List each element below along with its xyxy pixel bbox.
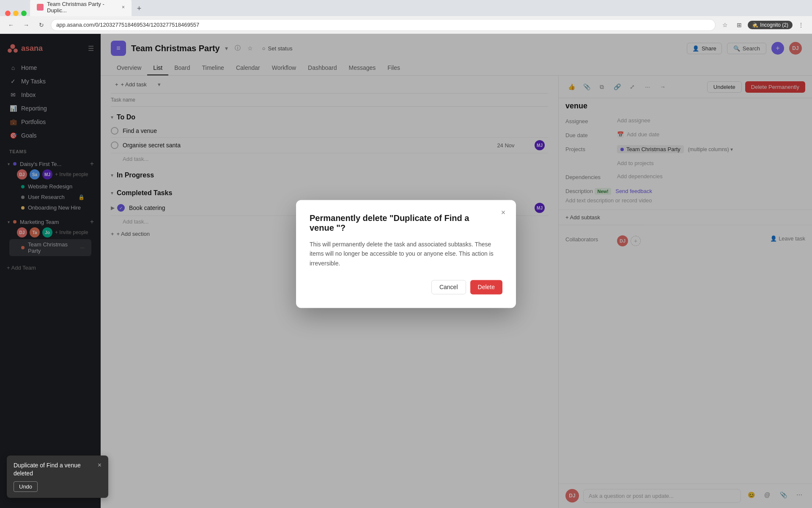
browser-chrome: Team Christmas Party - Duplic... × + ← →… xyxy=(0,0,812,34)
browser-tabs: Team Christmas Party - Duplic... × + xyxy=(0,0,812,16)
active-tab[interactable]: Team Christmas Party - Duplic... × xyxy=(30,0,132,16)
minimize-window-btn[interactable] xyxy=(13,11,19,16)
maximize-window-btn[interactable] xyxy=(21,11,27,16)
dialog-footer: Cancel Delete xyxy=(310,280,502,295)
incognito-label: Incognito (2) xyxy=(760,22,788,28)
dialog-body: This will permanently delete the task an… xyxy=(310,240,502,268)
traffic-lights xyxy=(3,11,28,16)
incognito-badge: 🕵 Incognito (2) xyxy=(748,21,793,29)
bookmark-btn[interactable]: ☆ xyxy=(719,19,731,31)
incognito-icon: 🕵 xyxy=(752,22,758,28)
more-btn[interactable]: ⋮ xyxy=(795,19,807,31)
refresh-btn[interactable]: ↻ xyxy=(36,19,47,31)
forward-btn[interactable]: → xyxy=(20,19,32,31)
dialog-close-btn[interactable]: × xyxy=(497,207,509,218)
cancel-btn[interactable]: Cancel xyxy=(431,280,466,295)
toast-action: Undo xyxy=(14,481,93,492)
browser-toolbar: ← → ↻ app.asana.com/0/1203277518469534/1… xyxy=(0,16,812,34)
delete-dialog: Permanently delete "Duplicate of Find a … xyxy=(296,200,516,308)
back-btn[interactable]: ← xyxy=(5,19,17,31)
dialog-title: Permanently delete "Duplicate of Find a … xyxy=(310,213,502,233)
new-tab-btn[interactable]: + xyxy=(133,3,145,14)
url-text: app.asana.com/0/1203277518469534/1203277… xyxy=(56,22,199,28)
tab-favicon xyxy=(37,4,44,11)
tab-title: Team Christmas Party - Duplic... xyxy=(47,1,117,14)
toast-close-btn[interactable]: × xyxy=(98,461,102,469)
extensions-btn[interactable]: ⊞ xyxy=(733,19,745,31)
delete-confirm-btn[interactable]: Delete xyxy=(470,280,502,295)
address-bar[interactable]: app.asana.com/0/1203277518469534/1203277… xyxy=(51,19,716,31)
tab-close-btn[interactable]: × xyxy=(122,4,125,10)
undo-btn[interactable]: Undo xyxy=(14,481,38,492)
toast-content: Duplicate of Find a venue deleted Undo xyxy=(14,461,93,492)
browser-actions: ☆ ⊞ 🕵 Incognito (2) ⋮ xyxy=(719,19,807,31)
toast-notification: Duplicate of Find a venue deleted Undo × xyxy=(7,456,108,498)
toast-title: Duplicate of Find a venue deleted xyxy=(14,461,93,478)
close-window-btn[interactable] xyxy=(5,11,11,16)
